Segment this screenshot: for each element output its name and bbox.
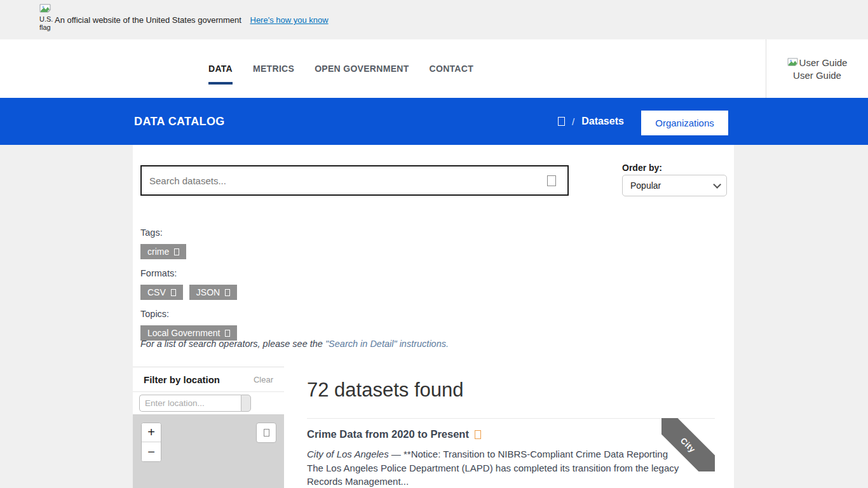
nav-item-contact[interactable]: CONTACT	[430, 64, 474, 74]
gov-banner: U.S. flag An official website of the Uni…	[0, 0, 868, 39]
main-nav: DATA METRICS OPEN GOVERNMENT CONTACT	[208, 39, 473, 98]
remove-filter-icon[interactable]	[174, 248, 179, 255]
zoom-out-button[interactable]: −	[142, 442, 161, 461]
tag-chip-crime[interactable]: crime	[140, 244, 186, 259]
main-content: Order by: Popular Tags: crime Formats: C…	[133, 145, 734, 488]
us-flag-broken-image: U.S. flag	[39, 4, 53, 32]
data-catalog-title: DATA CATALOG	[134, 98, 225, 145]
formats-chip-row: CSV JSON	[140, 285, 237, 300]
banner-text: An official website of the United States…	[55, 15, 241, 25]
map-zoom-controls: + −	[141, 423, 161, 462]
format-chip-csv[interactable]: CSV	[140, 285, 183, 300]
filter-by-location-title: Filter by location	[144, 374, 220, 385]
location-filter-panel: Filter by location Clear + −	[133, 367, 284, 488]
results-count: 72 datasets found	[307, 379, 463, 402]
breadcrumb-datasets[interactable]: Datasets	[581, 116, 624, 127]
dataset-search-box	[140, 165, 569, 196]
dataset-organization: City of Los Angeles	[307, 449, 389, 459]
remove-filter-icon[interactable]	[225, 289, 230, 296]
topics-label: Topics:	[140, 309, 169, 319]
home-icon[interactable]	[558, 117, 565, 126]
nav-item-open-government[interactable]: OPEN GOVERNMENT	[315, 64, 409, 74]
flag-alt-text: U.S. flag	[39, 15, 53, 32]
broken-image-icon	[787, 58, 798, 67]
format-chip-json[interactable]: JSON	[189, 285, 237, 300]
user-guide-label: User Guide	[793, 70, 841, 81]
dataset-card: Crime Data from 2020 to Present City of …	[307, 418, 715, 488]
heres-how-you-know-link[interactable]: Here's how you know	[250, 15, 329, 25]
location-search-button[interactable]	[241, 395, 251, 412]
order-by-value: Popular	[630, 180, 661, 191]
dataset-title-link[interactable]: Crime Data from 2020 to Present	[307, 428, 715, 440]
map-draw-button[interactable]	[256, 423, 276, 443]
user-guide-link[interactable]: User Guide User Guide	[766, 39, 868, 98]
chevron-down-icon	[713, 180, 721, 189]
zoom-in-button[interactable]: +	[142, 423, 161, 442]
order-by-select[interactable]: Popular	[622, 175, 727, 196]
breadcrumb: / Datasets	[558, 98, 624, 145]
city-ribbon: City	[661, 418, 715, 471]
order-by-label: Order by:	[622, 163, 662, 173]
search-input[interactable]	[142, 166, 567, 194]
tags-label: Tags:	[140, 227, 163, 238]
nav-item-metrics[interactable]: METRICS	[253, 64, 294, 74]
organizations-button[interactable]: Organizations	[641, 111, 728, 135]
site-header: DATA METRICS OPEN GOVERNMENT CONTACT Use…	[0, 39, 868, 98]
search-operators-note: For a list of search operators, please s…	[140, 339, 449, 349]
tags-chip-row: crime	[140, 244, 186, 259]
location-input[interactable]	[139, 395, 241, 412]
user-guide-alt-text: User Guide	[799, 57, 848, 68]
remove-filter-icon[interactable]	[171, 289, 176, 296]
remove-filter-icon[interactable]	[225, 330, 230, 337]
location-map[interactable]: + −	[133, 414, 284, 488]
search-in-detail-link[interactable]: "Search in Detail" instructions	[325, 339, 446, 349]
nav-item-data[interactable]: DATA	[208, 64, 233, 74]
ribbon-container: City	[661, 418, 715, 471]
data-catalog-band: DATA CATALOG / Datasets Organizations	[0, 98, 868, 145]
map-tool-icon	[264, 429, 269, 437]
clear-location-button[interactable]: Clear	[254, 375, 273, 384]
formats-label: Formats:	[140, 268, 177, 278]
search-icon[interactable]	[547, 175, 556, 186]
breadcrumb-separator: /	[572, 116, 574, 127]
active-nav-underline	[208, 82, 233, 85]
dataset-description: City of Los Angeles — **Notice: Transiti…	[307, 447, 681, 488]
broken-image-icon	[39, 4, 51, 13]
dataset-type-icon	[475, 430, 481, 439]
